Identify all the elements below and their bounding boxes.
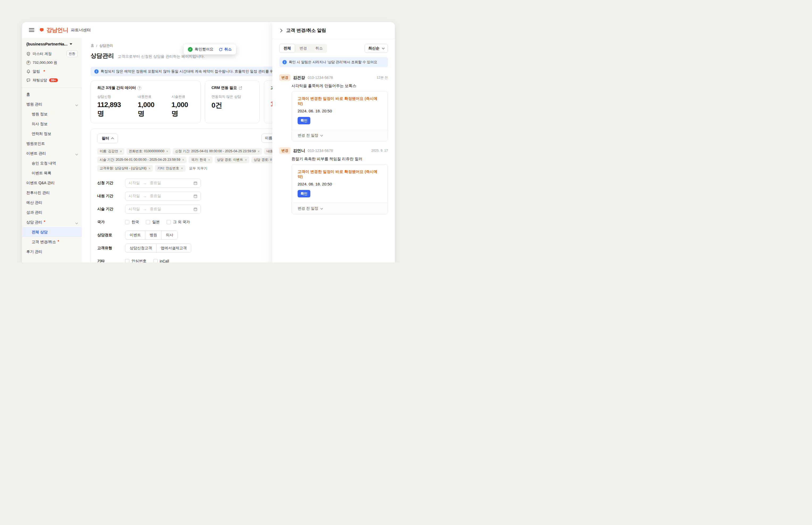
confirm-button[interactable]: 확인: [298, 190, 310, 197]
visit-period-daterange[interactable]: 시작일 → 종료일: [125, 192, 201, 200]
apply-period-daterange[interactable]: 시작일 → 종료일: [125, 179, 201, 188]
sidebar-item-event-qna[interactable]: 이벤트 Q&A 관리: [22, 178, 82, 188]
schedule-change-card: 고객이 변경한 일정이 바로 확정됐어요 (즉시예약) 2024. 06. 18…: [291, 164, 388, 214]
clear-all-filters-button[interactable]: 모두 지우기: [189, 166, 208, 171]
sidebar-item-contact-info[interactable]: 연락처 정보: [22, 129, 82, 139]
previous-schedule-accordion[interactable]: 변경 전 일정: [292, 130, 388, 141]
filter-chip[interactable]: 고객유형: 상담상태 - {상담상태}×: [97, 165, 153, 171]
undo-button[interactable]: 취소: [219, 47, 232, 52]
brand: 강남언니 파트너센터: [39, 26, 91, 34]
notification-time: 12분 전: [377, 75, 388, 80]
route-doctor-button[interactable]: 의사: [161, 230, 178, 240]
notification-dot: [44, 70, 45, 72]
sidebar-item-consultation-management[interactable]: 상담 관리: [22, 217, 82, 227]
chip-remove-icon[interactable]: ×: [182, 158, 184, 162]
brand-logo-icon: [39, 27, 44, 33]
change-cancel-notification-panel: 고객 변경/취소 알림 전체 변경 취소 최신순 i 확인 시 알림은 사라지나…: [272, 22, 395, 262]
calendar-icon[interactable]: [193, 207, 197, 211]
route-event-button[interactable]: 이벤트: [125, 230, 145, 240]
undo-label: 취소: [224, 47, 232, 52]
chip-remove-icon[interactable]: ×: [245, 158, 247, 162]
chip-remove-icon[interactable]: ×: [181, 167, 183, 170]
chip-remove-icon[interactable]: ×: [208, 158, 210, 162]
filter-chip[interactable]: 전화번호: 01000000000×: [126, 148, 170, 155]
route-label: 상담경로: [97, 233, 125, 238]
checkbox-korea[interactable]: 한국: [125, 220, 139, 225]
sidebar-item-event-management[interactable]: 이벤트 관리: [22, 149, 82, 158]
chat-count-badge: 99+: [49, 78, 58, 82]
schedule-change-card: 고객이 변경한 일정이 바로 확정됐어요 (즉시예약) 2024. 06. 18…: [291, 91, 388, 141]
type-app-payment-button[interactable]: 앱에서결제고객: [156, 244, 191, 253]
change-badge: 변경: [279, 74, 290, 81]
hamburger-menu-icon[interactable]: [29, 28, 34, 32]
changed-datetime: 2024. 06. 18. 20:50: [298, 109, 382, 113]
external-link-icon[interactable]: [239, 86, 242, 90]
breadcrumb-home[interactable]: 홈: [91, 43, 94, 48]
calendar-icon[interactable]: [193, 181, 197, 185]
chat-row[interactable]: 채팅상담 99+: [26, 76, 78, 85]
sort-value: 최신순: [368, 46, 379, 51]
help-icon[interactable]: ?: [137, 86, 141, 90]
filter-chip[interactable]: 이름: 김강언×: [97, 148, 124, 155]
filter-chip[interactable]: 국가: 한국×: [189, 156, 213, 163]
type-consult-request-button[interactable]: 상담신청고객: [125, 244, 156, 253]
tab-cancel[interactable]: 취소: [311, 44, 327, 53]
calendar-icon[interactable]: [193, 194, 197, 198]
checkbox-safe-number[interactable]: 안심번호: [125, 259, 146, 262]
bell-icon: [26, 69, 31, 74]
sidebar-item-approval-requests[interactable]: 승인 요청 내역: [22, 158, 82, 168]
visit-period-label: 내원 기간: [97, 194, 125, 198]
end-date-placeholder: 종료일: [150, 194, 161, 198]
sidebar-item-budget-management[interactable]: 예산 관리: [22, 198, 82, 208]
sidebar-item-hospital-points[interactable]: 병원포인트: [22, 139, 82, 149]
tab-change[interactable]: 변경: [295, 44, 311, 53]
arrow-right-icon: →: [143, 194, 147, 198]
filter-toggle-button[interactable]: 필터: [97, 134, 118, 143]
filter-chip[interactable]: 시술 기간: 2025-04-01 00:00:00 - 2025-04-25 …: [97, 156, 186, 163]
product-title: 환절기 촉촉한 피부를 책임질 리쥬란 힐러: [291, 156, 388, 162]
confirm-button[interactable]: 확인: [298, 117, 310, 124]
collapse-panel-icon[interactable]: [279, 28, 282, 33]
sidebar-item-event-list[interactable]: 이벤트 목록: [22, 168, 82, 178]
sidebar-item-performance-management[interactable]: 성과 관리: [22, 208, 82, 217]
sort-select[interactable]: 최신순: [364, 44, 388, 53]
tab-all[interactable]: 전체: [279, 44, 295, 53]
checkbox-other-country[interactable]: 그 외 국가: [167, 220, 190, 225]
sidebar-item-home[interactable]: 홈: [22, 90, 82, 99]
checkbox-incall[interactable]: inCall: [153, 259, 169, 262]
chip-remove-icon[interactable]: ×: [148, 167, 150, 170]
partner-selector[interactable]: {businessPartnerNa...: [26, 42, 78, 46]
chip-remove-icon[interactable]: ×: [120, 150, 122, 153]
customer-name: 김언니: [293, 148, 305, 153]
sidebar-item-label: 연락처 정보: [32, 132, 51, 136]
sidebar-item-before-after-photos[interactable]: 전후사진 관리: [22, 188, 82, 198]
previous-schedule-accordion[interactable]: 변경 전 일정: [292, 203, 388, 214]
checkbox-japan[interactable]: 일본: [146, 220, 160, 225]
sidebar-item-hospital-management[interactable]: 병원 관리: [22, 99, 82, 109]
filter-chip[interactable]: 기타: 안심번호×: [155, 165, 185, 171]
sidebar-nav: 홈 병원 관리 병원 정보 의사 정보 연락처 정보: [22, 90, 82, 257]
procedure-period-label: 시술 기간: [97, 207, 125, 211]
chip-remove-icon[interactable]: ×: [166, 150, 168, 153]
points-row[interactable]: P 732,000,000 원: [26, 58, 78, 67]
panel-info-text: 확인 시 알림은 사라지나 '상담 관리'에서 조회할 수 있어요: [289, 60, 377, 64]
sidebar-item-hospital-info[interactable]: 병원 정보: [22, 109, 82, 119]
alarm-row[interactable]: 알림: [26, 67, 78, 76]
customer-type-label: 고객유형: [97, 246, 125, 251]
sidebar-item-all-consultations[interactable]: 전체 상담: [22, 227, 82, 237]
change-badge: 변경: [279, 147, 290, 154]
sidebar-item-label: 병원 관리: [26, 102, 42, 107]
start-date-placeholder: 시작일: [129, 207, 140, 211]
sidebar-item-label: 의사 정보: [32, 122, 48, 126]
sidebar-item-doctor-info[interactable]: 의사 정보: [22, 119, 82, 129]
filter-chip[interactable]: 상담 경로: 이벤트×: [215, 156, 250, 163]
banner-text: 확정되지 않은 예약은 정원에 포함되지 않아 동일 시간대에 계속 예약이 접…: [101, 69, 289, 74]
sidebar-item-review-management[interactable]: 후기 관리: [22, 247, 82, 257]
stat-label: 상담신청: [97, 94, 126, 99]
sidebar-item-customer-change-cancel[interactable]: 고객 변경/취소: [22, 237, 82, 247]
route-hospital-button[interactable]: 병원: [145, 230, 162, 240]
filter-chip[interactable]: 신청 기간: 2025-04-01 00:00:00 - 2025-04-25 …: [173, 148, 262, 155]
procedure-period-daterange[interactable]: 시작일 → 종료일: [125, 205, 201, 214]
switch-account-button[interactable]: 전환: [66, 50, 78, 57]
chip-remove-icon[interactable]: ×: [258, 150, 260, 153]
